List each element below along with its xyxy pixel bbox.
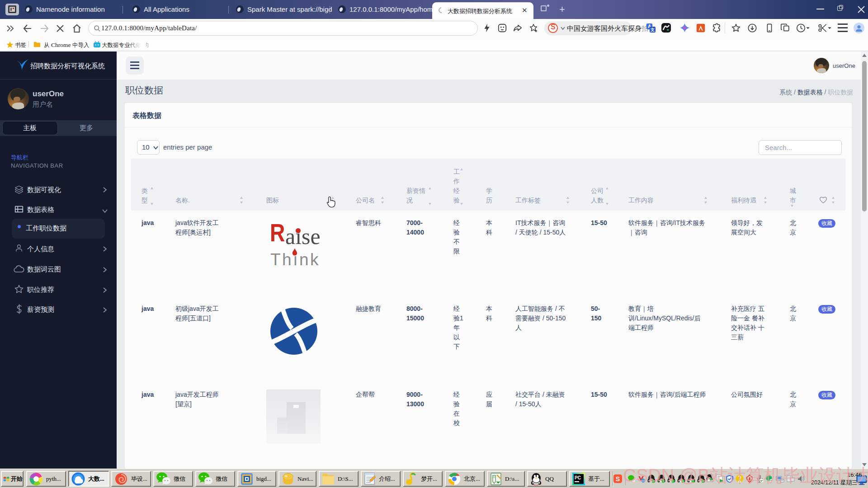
svg-text:文: 文 bbox=[650, 28, 655, 32]
svg-text:PC: PC bbox=[575, 475, 581, 480]
svg-text:S: S bbox=[616, 475, 620, 483]
